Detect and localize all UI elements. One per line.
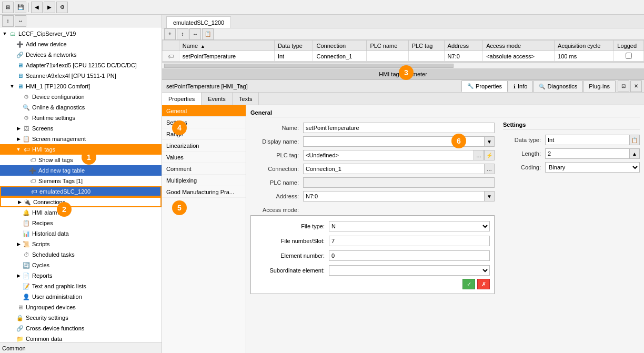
sidebar-item-scheduled[interactable]: ▶ ⏱ Scheduled tasks <box>0 249 162 260</box>
col-header-logged[interactable]: Logged <box>614 41 644 51</box>
sidebar-item-cycles[interactable]: ▶ 🔄 Cycles <box>0 260 162 270</box>
file-number-input[interactable] <box>329 236 490 246</box>
col-header-datatype[interactable]: Data type <box>274 41 313 51</box>
name-input[interactable] <box>303 123 495 133</box>
cell-access-mode[interactable]: <absolute access> <box>483 51 555 62</box>
element-number-input[interactable] <box>329 250 490 261</box>
sidebar-expand-btn[interactable]: ↕ <box>2 15 14 27</box>
sidebar-item-screens[interactable]: ▶ 🖼 Screens <box>0 123 162 134</box>
h-scroll[interactable] <box>162 62 644 68</box>
sidebar-item-hmi1[interactable]: ▼ 🖥 HMI_1 [TP1200 Comfort] <box>0 81 162 92</box>
sidebar-item-historical[interactable]: ▶ 📊 Historical data <box>0 228 162 239</box>
hmi-tab-plugins[interactable]: Plug-ins <box>583 80 616 92</box>
sidebar-item-show-all[interactable]: ▶ 🏷 Show all tags <box>0 155 162 165</box>
cell-connection[interactable]: Connection_1 <box>313 51 367 62</box>
prop-nav-good-mfg[interactable]: Good Manufacturing Pra... <box>162 186 246 198</box>
sidebar-item-user-admin[interactable]: ▶ 👤 User administration <box>0 291 162 302</box>
sidebar-item-add-tag-table[interactable]: ▶ ➕ Add new tag table <box>0 165 162 176</box>
plc-tag-arrow-btn[interactable]: ⚡ <box>484 150 495 160</box>
connection-input[interactable] <box>303 164 484 174</box>
col-header-address[interactable]: Address <box>444 41 483 51</box>
prop-nav-multiplexing[interactable]: Multiplexing <box>162 175 246 186</box>
sidebar-item-screen-m[interactable]: ▶ 📋 Screen management <box>0 134 162 144</box>
sidebar-item-hmi-alarms[interactable]: ▶ 🔔 HMI alarms <box>0 207 162 218</box>
table-row[interactable]: 🏷 setPointTemperature Int Connection_1 N… <box>163 51 644 62</box>
sidebar-item-device-config[interactable]: ▶ ⚙ Device configuration <box>0 92 162 102</box>
cell-plcname[interactable] <box>367 51 408 62</box>
col-header-acq-cycle[interactable]: Acquisition cycle <box>555 41 614 51</box>
col-header-name[interactable]: Name ▲ <box>179 41 274 51</box>
cell-plctag[interactable] <box>408 51 444 62</box>
toolbar-btn-forward[interactable]: ▶ <box>44 2 55 13</box>
toolbar-btn-save[interactable]: 💾 <box>15 2 26 13</box>
panel-close-btn[interactable]: ✕ <box>630 80 642 92</box>
sidebar-item-common-data[interactable]: ▶ 📁 Common data <box>0 334 162 342</box>
sidebar-collapse-btn[interactable]: ↔ <box>15 15 26 27</box>
connection-browse-btn[interactable]: … <box>484 164 495 174</box>
hmi-tab-properties[interactable]: 🔧 Properties <box>461 80 508 92</box>
tag-toolbar-btn1[interactable]: + <box>164 28 176 40</box>
sidebar-item-devices[interactable]: ▶ 🔗 Devices & networks <box>0 49 162 60</box>
sidebar-item-ungrouped[interactable]: ▶ 🖥 Ungrouped devices <box>0 302 162 312</box>
cell-address[interactable]: N7:0 <box>444 51 483 62</box>
datatype-icon-btn[interactable]: 📋 <box>629 135 640 145</box>
prop-tab-properties[interactable]: Properties <box>162 93 202 105</box>
toolbar-btn-compile[interactable]: ⚙ <box>56 2 68 13</box>
length-up-btn[interactable]: ▲ <box>629 148 640 159</box>
cell-acq-cycle[interactable]: 100 ms <box>555 51 614 62</box>
tag-toolbar-btn3[interactable]: ↔ <box>189 28 201 40</box>
prop-tab-texts[interactable]: Texts <box>233 93 259 105</box>
prop-tab-events[interactable]: Events <box>202 93 233 105</box>
plc-tag-browse-btn[interactable]: … <box>474 150 484 160</box>
prop-nav-settings[interactable]: Settings <box>162 117 246 128</box>
display-name-dropdown-btn[interactable]: ▼ <box>484 136 495 147</box>
datatype-input[interactable] <box>545 135 629 145</box>
prop-nav-values[interactable]: Values <box>162 152 246 163</box>
col-header-access[interactable]: Access mode <box>483 41 555 51</box>
cell-datatype[interactable]: Int <box>274 51 313 62</box>
tag-toolbar-btn2[interactable]: ↕ <box>177 28 188 40</box>
plc-tag-input[interactable] <box>303 150 474 160</box>
sidebar-item-add-device[interactable]: ▶ ➕ Add new device <box>0 39 162 49</box>
sidebar-item-emulated-slc[interactable]: ▶ 🏷 emulatedSLC_1200 <box>0 186 162 197</box>
sidebar-item-reports[interactable]: ▶ 📄 Reports <box>0 270 162 281</box>
prop-nav-comment[interactable]: Comment <box>162 163 246 175</box>
sidebar-item-adapter[interactable]: ▶ 🖥 Adapter71x4exd5 [CPU 1215C DC/DC/DC] <box>0 60 162 70</box>
col-header-plctag[interactable]: PLC tag <box>408 41 444 51</box>
file-type-select[interactable]: N <box>329 221 490 231</box>
sidebar-item-security[interactable]: ▶ 🔒 Security settings <box>0 312 162 323</box>
coding-select[interactable]: Binary <box>545 162 640 173</box>
sidebar-item-scripts[interactable]: ▶ 📜 Scripts <box>0 239 162 249</box>
prop-nav-range[interactable]: Range <box>162 128 246 140</box>
hmi-tab-info[interactable]: ℹ Info <box>508 80 533 92</box>
prop-nav-general[interactable]: General <box>162 105 246 117</box>
tag-toolbar-btn4[interactable]: 📋 <box>202 28 214 40</box>
popup-ok-btn[interactable]: ✓ <box>462 279 475 289</box>
cell-name[interactable]: setPointTemperature <box>179 51 274 62</box>
sidebar-item-root[interactable]: ▼ 🗂 LCCF_CipServer_V19 <box>0 28 162 39</box>
plc-name-input[interactable] <box>303 177 495 188</box>
sidebar-item-online-diag[interactable]: ▶ 🔍 Online & diagnostics <box>0 102 162 113</box>
toolbar-btn-grid[interactable]: ⊞ <box>2 2 14 13</box>
popup-cancel-btn[interactable]: ✗ <box>477 279 490 289</box>
sidebar-item-siemens-tags[interactable]: ▶ 🏷 Siemens Tags [1] <box>0 176 162 186</box>
col-header-connection[interactable]: Connection <box>313 41 367 51</box>
cell-logged[interactable] <box>614 51 644 62</box>
sidebar-item-recipes[interactable]: ▶ 📋 Recipes <box>0 218 162 228</box>
sidebar-item-scanner[interactable]: ▶ 🖥 ScannerA9xfex4f [CPU 1511-1 PN] <box>0 70 162 81</box>
sidebar-item-connections[interactable]: ▶ 🔌 Connections <box>0 197 162 207</box>
sidebar-item-runtime[interactable]: ▶ ⚙ Runtime settings <box>0 113 162 123</box>
sidebar-item-cross-device[interactable]: ▶ 🔗 Cross-device functions <box>0 323 162 334</box>
length-input[interactable] <box>545 148 629 159</box>
subordinate-select[interactable] <box>329 265 490 276</box>
hmi-tab-diagnostics[interactable]: 🔍 Diagnostics <box>533 80 583 92</box>
address-input[interactable] <box>303 191 484 201</box>
logged-checkbox[interactable] <box>626 53 632 59</box>
address-dropdown-btn[interactable]: ▼ <box>484 191 495 201</box>
content-tab-emulated[interactable]: emulatedSLC_1200 <box>166 16 231 28</box>
h-scrollbar-thumb[interactable] <box>164 64 454 68</box>
sidebar-item-hmi-tags[interactable]: ▼ 🏷 HMI tags <box>0 144 162 155</box>
display-name-input[interactable] <box>303 136 484 147</box>
sidebar-item-text-graphic[interactable]: ▶ 📝 Text and graphic lists <box>0 281 162 291</box>
prop-nav-linearization[interactable]: Linearization <box>162 140 246 152</box>
